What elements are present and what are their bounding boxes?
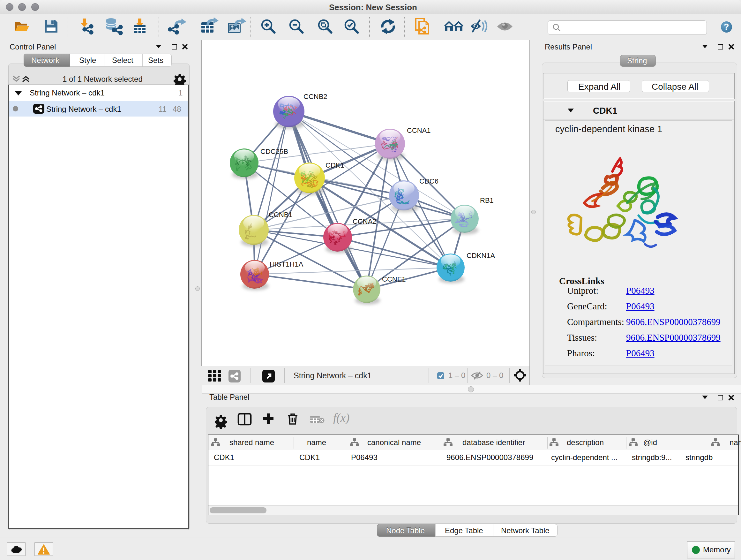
svg-text:CCNE1: CCNE1 bbox=[382, 275, 406, 283]
svg-text:CDC6: CDC6 bbox=[419, 177, 439, 185]
svg-text:CDC25B: CDC25B bbox=[260, 147, 288, 155]
svg-text:CDK1: CDK1 bbox=[326, 161, 344, 169]
svg-text:CDKN1A: CDKN1A bbox=[467, 252, 495, 260]
svg-text:RB1: RB1 bbox=[480, 196, 494, 204]
svg-text:CCNA2: CCNA2 bbox=[353, 217, 377, 226]
svg-text:CCNB2: CCNB2 bbox=[304, 92, 327, 101]
svg-text:CCNB1: CCNB1 bbox=[269, 211, 293, 219]
svg-text:HIST1H1A: HIST1H1A bbox=[270, 260, 303, 268]
svg-text:CCNA1: CCNA1 bbox=[407, 126, 431, 134]
